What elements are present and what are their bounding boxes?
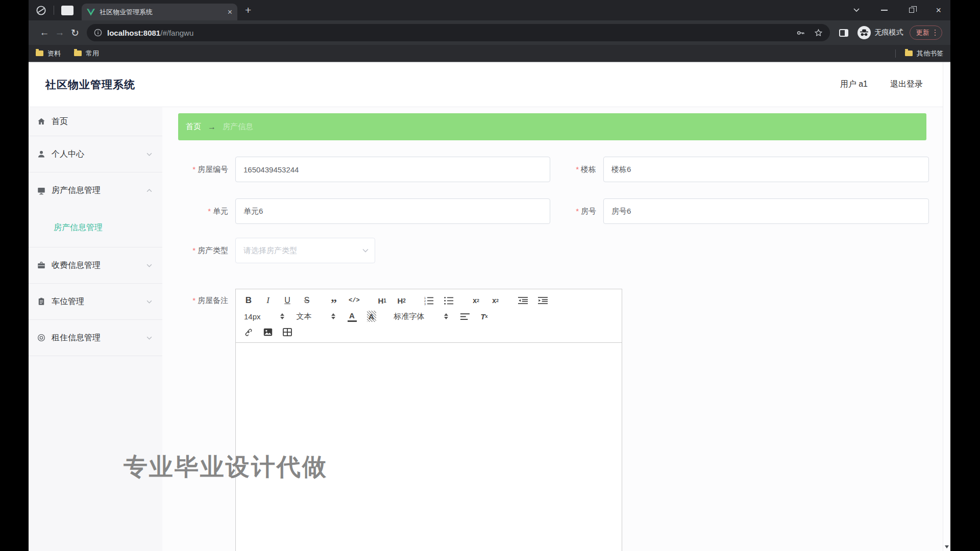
type-label: *房产类型	[178, 246, 235, 256]
unit-input[interactable]	[235, 198, 550, 224]
updown-icon	[280, 313, 284, 319]
breadcrumb: 首页 → 房产信息	[178, 113, 926, 140]
sidebar-item-property[interactable]: 房产信息管理	[29, 172, 162, 209]
browser-window: 社区物业管理系统 × + × ← → ↻ localhost:8	[29, 0, 950, 551]
bold-button[interactable]: B	[244, 295, 253, 306]
superscript-button[interactable]: x2	[491, 295, 500, 306]
editor-toolbar: B I U S ” </> H1 H2 123	[235, 289, 622, 343]
underline-button[interactable]: U	[283, 295, 292, 306]
ordered-list-button[interactable]: 123	[424, 295, 434, 306]
outdent-button[interactable]	[518, 295, 528, 306]
tabstrip-separator	[54, 6, 54, 15]
browser-tab[interactable]: 社区物业管理系统 ×	[82, 4, 237, 20]
unit-label: *单元	[178, 207, 235, 216]
updown-icon	[444, 313, 448, 319]
editor-content-area[interactable]	[235, 343, 622, 551]
reload-icon[interactable]: ↻	[67, 27, 83, 39]
scroll-down-arrow-icon[interactable]	[945, 545, 949, 548]
sidebar-item-parking[interactable]: 车位管理	[29, 284, 162, 320]
close-icon[interactable]: ×	[936, 6, 941, 15]
folder-icon	[36, 51, 43, 56]
align-select[interactable]	[460, 311, 470, 322]
bookmark-folder-1[interactable]: 资料	[36, 49, 61, 58]
site-info-icon[interactable]	[94, 29, 102, 37]
clean-format-button[interactable]: Tx	[480, 311, 489, 322]
strike-button[interactable]: S	[302, 295, 311, 306]
forward-icon[interactable]: →	[52, 27, 67, 38]
restore-icon[interactable]	[909, 8, 914, 13]
chevron-down-icon	[146, 300, 152, 304]
remark-label: *房屋备注	[178, 289, 235, 306]
double-circle-icon	[37, 333, 46, 342]
header-2-button[interactable]: H2	[397, 295, 406, 306]
svg-text:2: 2	[424, 299, 426, 303]
monitor-icon	[37, 186, 46, 195]
vue-favicon-icon	[87, 9, 95, 16]
italic-button[interactable]: I	[263, 295, 273, 306]
menu-kebab-icon[interactable]	[935, 30, 936, 36]
image-button[interactable]	[263, 327, 273, 338]
text-color-button[interactable]: A	[348, 311, 357, 322]
sidebar: 首页 个人中心 房	[29, 107, 162, 551]
room-label: *房号	[550, 207, 603, 216]
home-icon	[37, 117, 46, 126]
window-controls: ×	[853, 0, 941, 20]
svg-text:3: 3	[424, 303, 426, 305]
bookmark-star-icon[interactable]	[814, 29, 823, 37]
house-no-input[interactable]	[235, 157, 550, 182]
address-bar[interactable]: localhost:8081 /#/fangwu	[87, 24, 830, 41]
chevron-down-icon	[146, 336, 152, 340]
svg-text:1: 1	[424, 296, 426, 299]
breadcrumb-home[interactable]: 首页	[186, 122, 201, 132]
sidebar-item-profile[interactable]: 个人中心	[29, 136, 162, 172]
video-button[interactable]	[283, 327, 292, 338]
code-block-button[interactable]: </>	[349, 295, 360, 306]
web-page: 社区物业管理系统 用户 a1 退出登录 首页	[29, 62, 950, 551]
page-scrollbar[interactable]	[943, 62, 950, 551]
new-tab-button[interactable]: +	[245, 4, 251, 16]
window-menu-icon[interactable]	[853, 8, 860, 12]
property-type-select[interactable]: 请选择房产类型	[235, 238, 375, 263]
tab-title: 社区物业管理系统	[100, 8, 153, 17]
sidebar-item-home[interactable]: 首页	[29, 107, 162, 136]
user-icon	[37, 149, 46, 159]
browser-logo-icon[interactable]	[36, 5, 46, 16]
side-panel-icon[interactable]	[839, 29, 848, 37]
font-select[interactable]: 标准字体	[394, 312, 448, 321]
sidebar-subitem-property-info[interactable]: 房产信息管理	[29, 209, 162, 247]
background-color-button[interactable]: A	[367, 311, 376, 322]
breadcrumb-current: 房产信息	[223, 122, 253, 132]
bookmark-folder-2[interactable]: 常用	[74, 49, 99, 58]
tab-close-icon[interactable]: ×	[228, 8, 232, 16]
updown-icon	[331, 313, 335, 319]
sidebar-item-fees[interactable]: 收费信息管理	[29, 247, 162, 284]
screen: 社区物业管理系统 × + × ← → ↻ localhost:8	[0, 0, 980, 551]
logout-link[interactable]: 退出登录	[890, 79, 923, 90]
select-placeholder: 请选择房产类型	[243, 246, 362, 256]
update-button[interactable]: 更新	[910, 26, 943, 40]
indent-button[interactable]	[538, 295, 548, 306]
sidebar-item-rental[interactable]: 租住信息管理	[29, 320, 162, 356]
clipboard-icon	[37, 297, 46, 306]
app-title: 社区物业管理系统	[45, 78, 135, 92]
watermark-text: 专业毕业设计代做	[124, 451, 328, 483]
chevron-up-icon	[146, 189, 152, 192]
other-bookmarks[interactable]: 其他书签	[905, 49, 943, 58]
password-key-icon[interactable]	[796, 29, 805, 37]
app-header: 社区物业管理系统 用户 a1 退出登录	[29, 62, 950, 107]
room-input[interactable]	[603, 198, 929, 224]
bullet-list-button[interactable]	[444, 295, 454, 306]
building-input[interactable]	[603, 157, 929, 182]
back-icon[interactable]: ←	[37, 27, 52, 38]
header-1-button[interactable]: H1	[378, 295, 387, 306]
window-preview-icon[interactable]	[61, 6, 74, 15]
link-button[interactable]	[244, 327, 253, 338]
incognito-indicator: 无痕模式	[857, 26, 903, 39]
style-select[interactable]: 文本	[297, 312, 335, 321]
blockquote-button[interactable]: ”	[329, 295, 338, 306]
current-user-link[interactable]: 用户 a1	[840, 79, 868, 90]
size-select[interactable]: 14px	[244, 312, 284, 321]
bookmarks-bar: 资料 常用 其他书签	[29, 45, 950, 62]
subscript-button[interactable]: x2	[472, 295, 481, 306]
minimize-icon[interactable]	[881, 10, 888, 11]
